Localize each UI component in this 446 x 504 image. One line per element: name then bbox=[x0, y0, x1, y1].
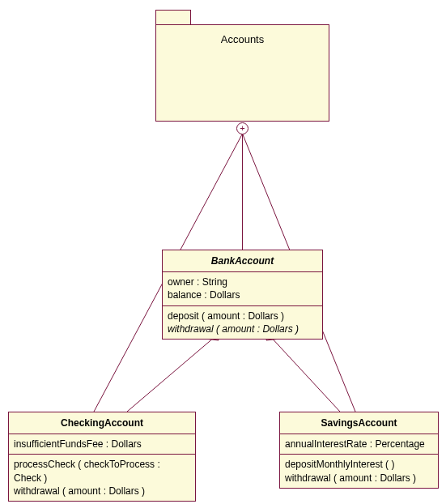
attribute: owner : String bbox=[168, 275, 317, 288]
class-attributes: annualInterestRate : Percentage bbox=[280, 434, 438, 454]
operation: depositMonthlyInterest ( ) bbox=[285, 458, 433, 471]
operation: withdrawal ( amount : Dollars ) bbox=[14, 485, 190, 498]
class-bankaccount: BankAccount owner : String balance : Dol… bbox=[162, 250, 323, 340]
class-attributes: insufficientFundsFee : Dollars bbox=[9, 434, 195, 454]
class-name: BankAccount bbox=[163, 250, 322, 271]
attribute: insufficientFundsFee : Dollars bbox=[14, 438, 190, 451]
class-checkingaccount: CheckingAccount insufficientFundsFee : D… bbox=[8, 412, 196, 502]
uml-diagram-canvas: Accounts + BankAccount owner : String ba… bbox=[0, 0, 446, 504]
class-attributes: owner : String balance : Dollars bbox=[163, 271, 322, 305]
package-tab bbox=[155, 10, 191, 24]
operation: withdrawal ( amount : Dollars ) bbox=[285, 472, 433, 485]
class-operations: depositMonthlyInterest ( ) withdrawal ( … bbox=[280, 454, 438, 487]
package-name: Accounts bbox=[221, 33, 264, 45]
class-operations: deposit ( amount : Dollars ) withdrawal … bbox=[163, 305, 322, 339]
attribute: balance : Dollars bbox=[168, 288, 317, 301]
class-savingsaccount: SavingsAccount annualInterestRate : Perc… bbox=[279, 412, 439, 489]
package-accounts: Accounts bbox=[155, 10, 329, 122]
svg-line-6 bbox=[274, 340, 341, 412]
operation: processCheck ( checkToProcess : Check ) bbox=[14, 458, 190, 484]
svg-line-4 bbox=[127, 340, 212, 412]
attribute: annualInterestRate : Percentage bbox=[285, 438, 433, 451]
package-body: Accounts bbox=[155, 24, 329, 122]
operation: deposit ( amount : Dollars ) bbox=[168, 310, 317, 322]
class-name: CheckingAccount bbox=[9, 412, 195, 434]
operation: withdrawal ( amount : Dollars ) bbox=[168, 322, 317, 335]
containment-anchor: + bbox=[236, 122, 248, 135]
class-operations: processCheck ( checkToProcess : Check ) … bbox=[9, 454, 195, 501]
plus-icon: + bbox=[240, 123, 244, 133]
class-name: SavingsAccount bbox=[280, 412, 438, 434]
